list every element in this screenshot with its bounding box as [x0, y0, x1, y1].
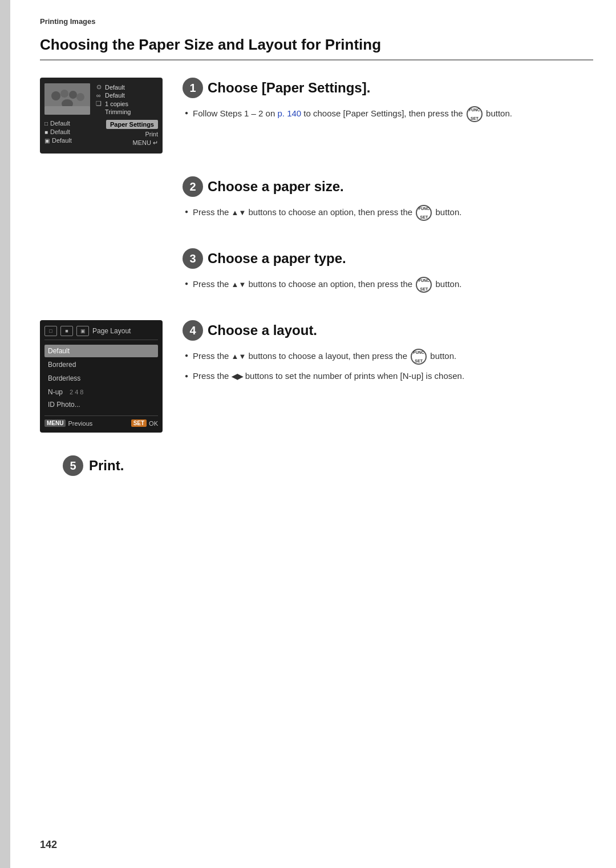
- step-1-content: 1 Choose [Paper Settings]. Follow Steps …: [183, 78, 593, 127]
- page-link: p. 140: [277, 108, 301, 118]
- layout-item-borderless: Borderless: [44, 372, 158, 385]
- step-4-image: □ ■ ▣ Page Layout Default Bordered Borde…: [40, 320, 165, 433]
- step-2-bullet-1: Press the ▲▼ buttons to choose an option…: [185, 205, 593, 221]
- step-2-row: 2 Choose a paper size. Press the ▲▼ butt…: [40, 176, 593, 225]
- print-label: Print: [145, 131, 158, 138]
- camera-menu-row: □Default ■Default ▣Default Paper Setting…: [44, 120, 158, 147]
- leftright-arrows-4: ◀▶: [232, 371, 243, 383]
- camera-photo: [44, 83, 90, 115]
- layout-icon-3: ▣: [76, 326, 89, 336]
- step-4-bullet-1: Press the ▲▼ buttons to choose a layout,…: [185, 349, 593, 365]
- step-4-row: □ ■ ▣ Page Layout Default Bordered Borde…: [40, 320, 593, 433]
- paper-settings-btn: Paper Settings: [106, 120, 158, 129]
- layout-icon-2: ■: [60, 326, 73, 336]
- step-3-content: 3 Choose a paper type. Press the ▲▼ butt…: [183, 248, 593, 297]
- step-2-body: Press the ▲▼ buttons to choose an option…: [183, 205, 593, 221]
- camera-screen: ⊙ Default ∞ Default ❑ 1 copies: [40, 78, 163, 154]
- updown-arrows-3: ▲▼: [232, 279, 246, 291]
- func-set-btn-2: FUNC SET: [416, 205, 432, 221]
- page-number: 142: [40, 839, 57, 851]
- menu-key: MENU: [44, 419, 66, 427]
- svg-point-2: [60, 90, 68, 98]
- step-2-content: 2 Choose a paper size. Press the ▲▼ butt…: [183, 176, 593, 225]
- layout-top-row: □ ■ ▣ Page Layout: [44, 326, 158, 340]
- step-4-body: Press the ▲▼ buttons to choose a layout,…: [183, 349, 593, 383]
- svg-point-1: [51, 91, 60, 100]
- step-4-number: 4: [183, 320, 203, 341]
- step-1-number: 1: [183, 78, 203, 98]
- set-btn-label: OK: [149, 420, 158, 427]
- section-header: Printing Images: [40, 17, 593, 26]
- camera-setting-timer: ⊙ Default: [95, 83, 158, 91]
- step-5-number: 5: [63, 455, 83, 476]
- step-3-row: 3 Choose a paper type. Press the ▲▼ butt…: [40, 248, 593, 297]
- step-5-row: 5 Print.: [63, 455, 593, 476]
- svg-point-4: [76, 93, 84, 101]
- layout-item-nup: N-up: [44, 386, 66, 398]
- camera-setting-focus: ∞ Default: [95, 92, 158, 99]
- step-3-title: 3 Choose a paper type.: [183, 248, 593, 269]
- step-1-image: ⊙ Default ∞ Default ❑ 1 copies: [40, 78, 165, 154]
- step-3-body: Press the ▲▼ buttons to choose an option…: [183, 277, 593, 293]
- step-3-number: 3: [183, 248, 203, 269]
- set-ok-btn: SET OK: [131, 419, 158, 427]
- step-4-content: 4 Choose a layout. Press the ▲▼ buttons …: [183, 320, 593, 387]
- bottom-default-3: ▣Default: [44, 137, 102, 144]
- step-1-title: 1 Choose [Paper Settings].: [183, 78, 593, 98]
- step-2-number: 2: [183, 176, 203, 197]
- chapter-title: Choosing the Paper Size and Layout for P…: [40, 36, 593, 60]
- camera-settings-list: ⊙ Default ∞ Default ❑ 1 copies: [95, 83, 158, 115]
- layout-screen-title: Page Layout: [92, 327, 131, 335]
- updown-arrows-4: ▲▼: [232, 351, 246, 363]
- step-1-bullet-1: Follow Steps 1 – 2 on p. 140 to choose […: [185, 106, 593, 122]
- layout-bottom-bar: MENU Previous SET OK: [44, 415, 158, 427]
- step-3-bullet-1: Press the ▲▼ buttons to choose an option…: [185, 277, 593, 293]
- menu-btn-label: Previous: [68, 420, 92, 427]
- camera-setting-copies: ❑ 1 copies: [95, 100, 158, 107]
- bottom-default-1: □Default: [44, 120, 102, 127]
- layout-item-idphoto: ID Photo...: [44, 398, 158, 411]
- bottom-default-2: ■Default: [44, 128, 102, 135]
- layout-screen: □ ■ ▣ Page Layout Default Bordered Borde…: [40, 320, 163, 433]
- step-4-title: 4 Choose a layout.: [183, 320, 593, 341]
- layout-item-bordered: Bordered: [44, 358, 158, 371]
- sidebar-bar: [0, 0, 10, 868]
- menu-label: MENU ↵: [133, 139, 158, 147]
- layout-icon-1: □: [44, 326, 57, 336]
- svg-point-3: [69, 91, 77, 99]
- updown-arrows-2: ▲▼: [232, 207, 246, 219]
- func-set-btn-1: FUNC SET: [467, 106, 483, 122]
- step-2-title: 2 Choose a paper size.: [183, 176, 593, 197]
- svg-rect-6: [44, 106, 90, 115]
- nup-numbers: 2 4 8: [70, 389, 83, 395]
- func-set-btn-4: FUNC SET: [411, 349, 427, 365]
- camera-setting-trim: Trimming: [95, 108, 158, 115]
- step-1-body: Follow Steps 1 – 2 on p. 140 to choose […: [183, 106, 593, 122]
- section-label: Printing Images: [40, 17, 96, 26]
- step-1-row: ⊙ Default ∞ Default ❑ 1 copies: [40, 78, 593, 154]
- set-key: SET: [131, 419, 147, 427]
- func-set-btn-3: FUNC SET: [416, 277, 432, 293]
- step-4-bullet-2: Press the ◀▶ buttons to set the number o…: [185, 369, 593, 383]
- layout-item-default: Default: [44, 345, 158, 357]
- menu-previous-btn: MENU Previous: [44, 419, 92, 427]
- layout-item-nup-row: N-up 2 4 8: [44, 386, 158, 398]
- step-5-title: Print.: [89, 458, 124, 474]
